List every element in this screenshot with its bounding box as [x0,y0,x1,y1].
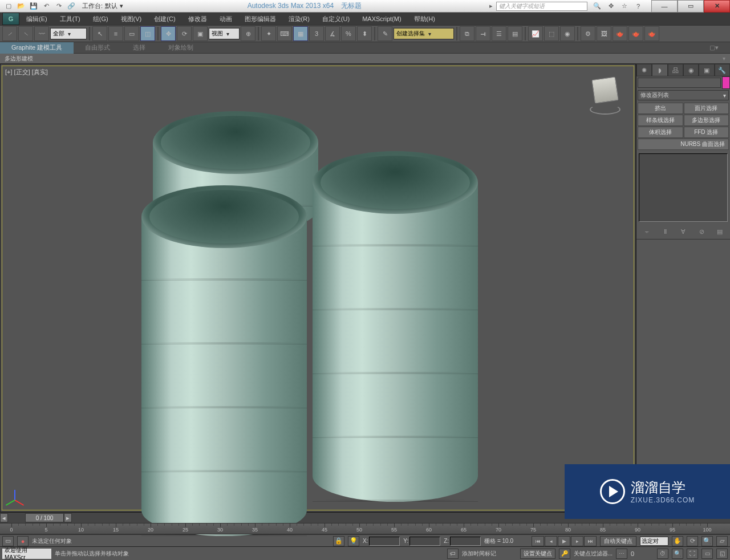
viewcube-cube-icon[interactable] [591,76,618,103]
script-mini-icon[interactable]: ▭ [2,536,14,546]
undo-icon[interactable]: ↶ [41,1,51,11]
select-link-icon[interactable]: ⟋ [2,26,17,41]
open-icon[interactable]: 📂 [16,1,26,11]
nav-fov-icon[interactable]: ▱ [716,536,728,546]
stack-config-icon[interactable]: ▤ [714,226,725,237]
menu-maxscript[interactable]: MAXScript(M) [356,15,407,22]
lock-icon[interactable]: 🔒 [333,536,344,546]
search-input[interactable]: 键入关键字或短语 [496,2,587,11]
cmd-tab-utilities-icon[interactable]: 🔧 [715,64,730,76]
render-last-icon[interactable]: 🫖 [644,26,659,41]
modifier-stack[interactable] [639,153,728,222]
nav-zoom-icon[interactable]: 🔍 [701,536,713,546]
edit-named-sel-icon[interactable]: ✎ [378,26,392,41]
key-filter-menu-icon[interactable]: ⋯ [616,549,627,559]
cmd-tab-motion-icon[interactable]: ◉ [683,64,699,76]
viewcube[interactable] [585,75,625,115]
window-minimize-button[interactable]: — [651,0,678,13]
play-icon[interactable]: ▶ [558,536,570,546]
nav-pan-icon[interactable]: ✋ [672,536,683,546]
title-caret-icon[interactable]: ▸ [486,2,496,10]
select-move-icon[interactable]: ✥ [161,26,176,41]
nav-zoom-ext-icon[interactable]: ⛶ [687,549,698,559]
nav-region-icon[interactable]: ▭ [701,549,713,559]
stack-remove-icon[interactable]: ⊘ [696,226,707,237]
ribbon-tab-paint[interactable]: 对象绘制 [157,42,205,54]
menu-create[interactable]: 创建(C) [148,15,181,23]
ribbon-tab-freeform[interactable]: 自由形式 [74,42,121,54]
select-name-icon[interactable]: ≡ [108,26,123,41]
nav-orbit-icon[interactable]: ⟳ [687,536,698,546]
link-icon[interactable]: 🔗 [66,1,76,11]
rendered-frame-icon[interactable]: 🖼 [597,26,611,41]
current-frame-field[interactable]: 0 [631,550,654,557]
ribbon-tab-selection[interactable]: 选择 [121,42,157,54]
modifier-list-combo[interactable]: 修改器列表▾ [638,90,729,100]
key-sel-combo[interactable]: 选定对 [640,537,668,546]
redo-icon[interactable]: ↷ [54,1,64,11]
curve-editor-icon[interactable]: 📈 [528,26,543,41]
key-filter-label[interactable]: 关键点过滤器... [574,550,613,558]
object-color-swatch[interactable] [722,76,730,89]
maxscript-listener[interactable]: 欢迎使用 MAXScr [2,549,51,559]
mod-btn-spline-select[interactable]: 样条线选择 [638,115,683,126]
workspace-selector[interactable]: 工作台: 默认 ▾ [82,2,123,10]
mirror-icon[interactable]: ⧉ [460,26,474,41]
window-close-button[interactable]: ✕ [704,0,730,13]
layers-icon[interactable]: ☰ [492,26,506,41]
time-ruler[interactable]: 0510152025303540455055606570758085909510… [0,523,730,534]
menu-help[interactable]: 帮助(H) [408,15,441,23]
render-iter-icon[interactable]: 🫖 [628,26,643,41]
select-scale-icon[interactable]: ▣ [193,26,208,41]
unlink-icon[interactable]: ⟍ [18,26,33,41]
viewcube-ring-icon[interactable] [590,104,620,115]
keyboard-shortcut-icon[interactable]: ⌨ [277,26,292,41]
mod-btn-patch-select[interactable]: 面片选择 [684,103,729,114]
render-setup-icon[interactable]: ⚙ [581,26,595,41]
viewport[interactable]: [+] [正交] [真实] [0,64,636,512]
spinner-snap-icon[interactable]: ⬍ [357,26,372,41]
time-tag-icon[interactable]: 🏷 [447,549,459,559]
cmd-tab-hierarchy-icon[interactable]: 品 [668,64,683,76]
ribbon-toggle-icon[interactable]: ▤ [508,26,522,41]
cmd-tab-modify-icon[interactable]: ◗ [652,64,667,76]
time-next-icon[interactable]: ▸ [64,513,72,522]
percent-snap-icon[interactable]: % [341,26,356,41]
ref-coord-combo[interactable]: 视图▾ [209,28,240,39]
mod-btn-extrude[interactable]: 挤出 [638,103,683,114]
window-maximize-button[interactable]: ▭ [678,0,704,13]
next-frame-icon[interactable]: ▸ [571,536,583,546]
coord-z-field[interactable] [450,537,481,546]
ribbon-pin-icon[interactable]: ▾ [723,55,725,62]
select-rect-icon[interactable]: ▭ [124,26,139,41]
select-window-crossing-icon[interactable]: ◫ [140,26,155,41]
ribbon-tab-graphite[interactable]: Graphite 建模工具 [0,42,74,54]
prev-frame-icon[interactable]: ◂ [545,536,557,546]
cmd-tab-create-icon[interactable]: ✺ [636,64,652,76]
save-icon[interactable]: 💾 [29,1,39,11]
stack-show-icon[interactable]: Ⅱ [659,226,671,237]
mod-btn-nurbs-select[interactable]: NURBS 曲面选择 [638,139,729,150]
add-time-tag[interactable]: 添加时间标记 [462,550,496,558]
auto-key-button[interactable]: 自动关键点 [600,536,636,546]
goto-start-icon[interactable]: ⏮ [532,536,544,546]
menu-modifiers[interactable]: 修改器 [182,15,213,23]
menu-customize[interactable]: 自定义(U) [317,15,355,23]
key-big-icon[interactable]: 🔑 [559,549,570,559]
script-rec-icon[interactable]: ● [17,536,29,546]
exchange-icon[interactable]: ✥ [606,1,616,11]
bind-space-warp-icon[interactable]: 〰 [34,26,49,41]
align-icon[interactable]: ⫥ [476,26,490,41]
app-logo-icon[interactable]: G [2,13,19,25]
select-object-icon[interactable]: ↖ [92,26,107,41]
pivot-icon[interactable]: ⊕ [241,26,256,41]
ribbon-expand-icon[interactable]: ▢▾ [698,42,730,54]
time-slider-thumb[interactable]: 0 / 100 [25,513,64,522]
menu-rendering[interactable]: 渲染(R) [283,15,315,23]
menu-edit[interactable]: 编辑(E) [21,15,53,23]
named-selection-combo[interactable]: 创建选择集▾ [394,28,454,39]
snap-3-icon[interactable]: 3 [309,26,324,41]
object-name-field[interactable] [638,78,721,88]
cmd-tab-display-icon[interactable]: ▣ [699,64,714,76]
isolate-icon[interactable]: 💡 [348,536,359,546]
